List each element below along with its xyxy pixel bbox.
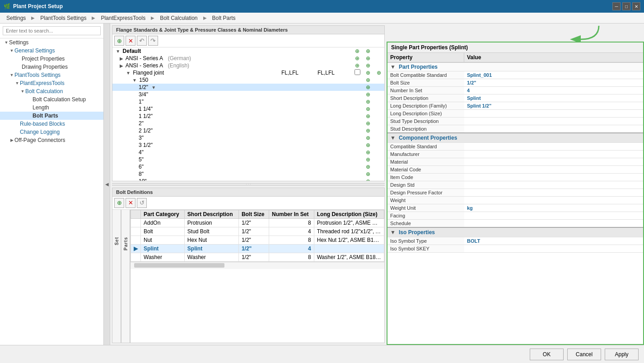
prop-row-short-desc[interactable]: Short Description Splint bbox=[387, 94, 643, 102]
ansi-en-add2-icon[interactable]: ⊕ bbox=[366, 62, 370, 69]
prop-val-comp-std[interactable] bbox=[464, 143, 643, 151]
ansi-de-add-icon[interactable]: ⊕ bbox=[355, 55, 359, 61]
flange-row-5[interactable]: 5"⊕ bbox=[112, 156, 384, 163]
menu-planttools[interactable]: PlantTools Settings bbox=[37, 14, 90, 22]
2-add-icon[interactable]: ⊕ bbox=[366, 120, 370, 127]
prop-val-iso-sym-skey[interactable] bbox=[464, 245, 643, 253]
prop-val-num-in-set[interactable]: 4 bbox=[464, 87, 643, 94]
prop-val-material[interactable] bbox=[464, 158, 643, 166]
flange-row-default[interactable]: ▼ Default ⊕ ⊕ bbox=[112, 47, 384, 55]
sidebar-collapse-handle[interactable]: ◀ bbox=[104, 24, 110, 345]
sidebar-item-project-props[interactable]: Project Properties bbox=[0, 55, 103, 63]
prop-row-material[interactable]: Material bbox=[387, 158, 643, 166]
apply-button[interactable]: Apply bbox=[605, 349, 639, 360]
sidebar-item-rule-blocks[interactable]: Rule-based Blocks bbox=[0, 120, 103, 128]
bolt-refresh-button[interactable]: ↺ bbox=[137, 198, 147, 208]
bolt-row-splint[interactable]: ▶ Splint Splint 1/2" 4 bbox=[131, 244, 384, 253]
prop-val-item-code[interactable] bbox=[464, 174, 643, 181]
sidebar-item-plantexpress[interactable]: ▼ PlantExpressTools bbox=[0, 79, 103, 87]
bolt-row-addon[interactable]: AddOn Protrusion 1/2" 8 Protrusion 1/2",… bbox=[131, 218, 384, 227]
maximize-button[interactable]: □ bbox=[622, 2, 630, 10]
flange-row-3h[interactable]: 3 1/2"⊕ bbox=[112, 141, 384, 149]
prop-row-bolt-size[interactable]: Bolt Size 1/2" bbox=[387, 79, 643, 87]
prop-row-item-code[interactable]: Item Code bbox=[387, 174, 643, 181]
flange-row-8[interactable]: 8"⊕ bbox=[112, 170, 384, 178]
half-add-icon[interactable]: ⊕ bbox=[366, 84, 370, 90]
ansi-de-add2-icon[interactable]: ⊕ bbox=[366, 55, 370, 61]
prop-val-mat-code[interactable] bbox=[464, 166, 643, 174]
flange-row-ansi-en[interactable]: ▶ ANSI - Series A (English) ⊕ ⊕ bbox=[112, 62, 384, 69]
prop-row-weight-unit[interactable]: Weight Unit kg bbox=[387, 204, 643, 212]
flange-row-4[interactable]: 4"⊕ bbox=[112, 149, 384, 156]
flange-add-button[interactable]: ⊕ bbox=[114, 36, 124, 46]
prop-val-facing[interactable] bbox=[464, 212, 643, 220]
flange-row-1q[interactable]: 1 1/4"⊕ bbox=[112, 105, 384, 113]
minimize-button[interactable]: ─ bbox=[612, 2, 621, 10]
1h-add-icon[interactable]: ⊕ bbox=[366, 113, 370, 119]
1-add-icon[interactable]: ⊕ bbox=[366, 99, 370, 105]
prop-row-design-std[interactable]: Design Std bbox=[387, 181, 643, 189]
flange-row-half[interactable]: 1/2" ▼ ⊕ bbox=[112, 84, 384, 91]
flanged-add-icon[interactable]: ⊕ bbox=[366, 70, 370, 76]
flange-remove-button[interactable]: ✕ bbox=[126, 36, 135, 46]
prop-val-design-std[interactable] bbox=[464, 181, 643, 189]
flanged-add2-icon[interactable]: ⊕ bbox=[377, 70, 381, 76]
prop-row-long-desc-fam[interactable]: Long Description (Family) Splint 1/2" bbox=[387, 102, 643, 110]
flange-row-3[interactable]: 3"⊕ bbox=[112, 134, 384, 141]
flange-row-1h[interactable]: 1 1/2"⊕ bbox=[112, 113, 384, 120]
prop-val-weight-unit[interactable]: kg bbox=[464, 204, 643, 212]
prop-row-facing[interactable]: Facing bbox=[387, 212, 643, 220]
prop-row-stud-type[interactable]: Stud Type Description bbox=[387, 118, 643, 125]
sidebar-item-settings[interactable]: ▼ Settings bbox=[0, 38, 103, 47]
5-add-icon[interactable]: ⊕ bbox=[366, 156, 370, 163]
10-add-icon[interactable]: ⊕ bbox=[366, 178, 370, 181]
prop-row-compat-std[interactable]: Bolt Compatible Standard Splint_001 bbox=[387, 71, 643, 79]
default-add-icon[interactable]: ⊕ bbox=[355, 48, 359, 54]
prop-val-compat-std[interactable]: Splint_001 bbox=[464, 71, 643, 79]
prop-val-design-pf[interactable] bbox=[464, 189, 643, 197]
prop-row-stud-desc[interactable]: Stud Description bbox=[387, 125, 643, 133]
3-add-icon[interactable]: ⊕ bbox=[366, 135, 370, 141]
sidebar-item-change-log[interactable]: Change Logging bbox=[0, 128, 103, 136]
4-add-icon[interactable]: ⊕ bbox=[366, 149, 370, 156]
prop-val-stud-type[interactable] bbox=[464, 118, 643, 125]
1q-add-icon[interactable]: ⊕ bbox=[366, 106, 370, 112]
prop-val-stud-desc[interactable] bbox=[464, 125, 643, 133]
6-add-icon[interactable]: ⊕ bbox=[366, 164, 370, 170]
bolt-row-bolt[interactable]: Bolt Stud Bolt 1/2" 4 Threaded rod 1/2"x… bbox=[131, 227, 384, 236]
h-scrollbar[interactable] bbox=[131, 262, 384, 269]
prop-val-long-desc-fam[interactable]: Splint 1/2" bbox=[464, 102, 643, 110]
prop-row-weight[interactable]: Weight bbox=[387, 197, 643, 204]
8-add-icon[interactable]: ⊕ bbox=[366, 171, 370, 177]
sidebar-item-planttools[interactable]: ▼ PlantTools Settings bbox=[0, 71, 103, 79]
prop-row-mat-code[interactable]: Material Code bbox=[387, 166, 643, 174]
sidebar-item-drawing-props[interactable]: Drawing Properties bbox=[0, 63, 103, 71]
3q-add-icon[interactable]: ⊕ bbox=[366, 91, 370, 98]
prop-val-bolt-size[interactable]: 1/2" bbox=[464, 79, 643, 87]
prop-val-iso-sym-type[interactable]: BOLT bbox=[464, 237, 643, 245]
flange-row-2h[interactable]: 2 1/2"⊕ bbox=[112, 127, 384, 134]
sidebar-item-length[interactable]: Length bbox=[0, 104, 103, 112]
prop-row-iso-sym-type[interactable]: Iso Symbol Type BOLT bbox=[387, 237, 643, 245]
prop-val-long-desc-size[interactable] bbox=[464, 110, 643, 118]
bolt-row-nut[interactable]: Nut Hex Nut 1/2" 8 Hex Nut 1/2", ASME B1… bbox=[131, 236, 384, 244]
cancel-button[interactable]: Cancel bbox=[567, 349, 601, 360]
150-add-icon[interactable]: ⊕ bbox=[366, 77, 370, 83]
prop-row-comp-std[interactable]: Compatible Standard bbox=[387, 143, 643, 151]
flange-undo-button[interactable]: ↶ bbox=[137, 36, 147, 46]
sidebar-item-bolt-setup[interactable]: Bolt Calculation Setup bbox=[0, 95, 103, 104]
menu-settings[interactable]: Settings bbox=[3, 14, 29, 22]
sidebar-item-bolt-calc[interactable]: ▼ Bolt Calculation bbox=[0, 87, 103, 95]
prop-val-short-desc[interactable]: Splint bbox=[464, 94, 643, 102]
prop-row-num-in-set[interactable]: Number In Set 4 bbox=[387, 87, 643, 94]
flange-row-ansi-de[interactable]: ▶ ANSI - Series A (German) ⊕ ⊕ bbox=[112, 55, 384, 62]
sidebar-item-off-page[interactable]: ▶ Off-Page Connectors bbox=[0, 136, 103, 144]
menu-plantexpress[interactable]: PlantExpressTools bbox=[97, 14, 149, 22]
flanged-checkbox[interactable] bbox=[355, 69, 360, 75]
sidebar-item-general[interactable]: ▼ General Settings bbox=[0, 47, 103, 55]
prop-val-mfr[interactable] bbox=[464, 151, 643, 158]
flange-row-2[interactable]: 2"⊕ bbox=[112, 120, 384, 127]
sidebar-item-bolt-parts[interactable]: Bolt Parts bbox=[0, 112, 103, 120]
bolt-remove-button[interactable]: ✕ bbox=[126, 198, 135, 208]
flange-row-flanged[interactable]: ▼ Flanged joint FL,LFL FL,LFL ⊕ ⊕ bbox=[112, 69, 384, 76]
